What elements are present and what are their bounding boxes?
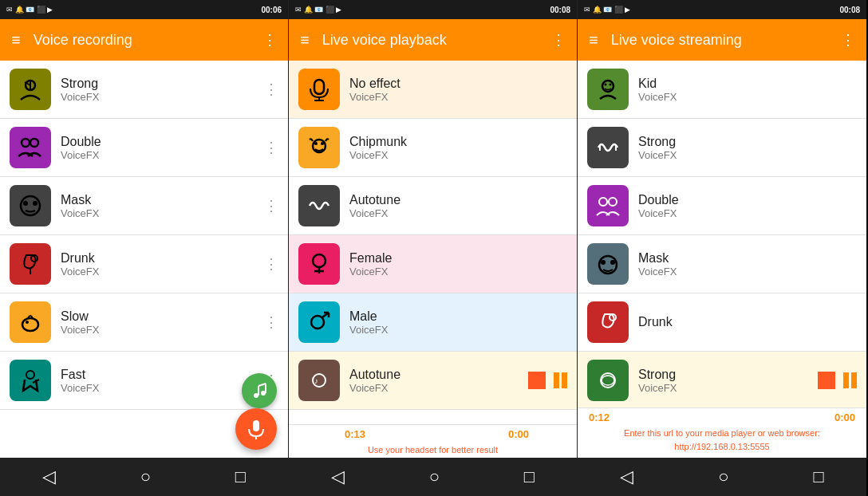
stream-pause-button[interactable] <box>843 372 857 388</box>
recent-button-1[interactable]: □ <box>235 466 246 487</box>
item-more-icon[interactable]: ⋮ <box>264 81 278 98</box>
effect-icon-double2 <box>587 185 629 226</box>
stream-url: http://192.168.0.13:5555 <box>674 442 769 451</box>
svg-text:♪: ♪ <box>314 376 318 385</box>
effect-text-mask: Mask VoiceFX <box>61 193 264 219</box>
svg-point-30 <box>311 316 324 329</box>
status-icons-left-1: ✉ 🔔 📧 ⬛ ▶ <box>6 6 53 14</box>
svg-point-26 <box>321 142 324 145</box>
status-icons-3: ✉ 🔔 📧 ⬛ ▶ <box>584 6 630 14</box>
hamburger-icon-1[interactable]: ≡ <box>11 31 21 49</box>
effect-name: Double <box>638 193 857 207</box>
app-bar-1: ≡ Voice recording ⋮ <box>0 19 288 61</box>
effect-sub: VoiceFX <box>638 149 857 161</box>
recent-button-2[interactable]: □ <box>524 466 535 487</box>
home-button-1[interactable]: ○ <box>140 466 151 487</box>
pause-bar-right <box>562 372 567 388</box>
home-button-2[interactable]: ○ <box>429 466 440 487</box>
effect-sub: VoiceFX <box>349 91 567 103</box>
list-item[interactable]: Strong VoiceFX ⋮ <box>0 61 288 119</box>
list-item[interactable]: Female VoiceFX <box>289 235 577 293</box>
svg-point-12 <box>26 371 34 379</box>
effect-icon-strong2 <box>587 127 629 168</box>
status-bar-1: ✉ 🔔 📧 ⬛ ▶ 00:06 <box>0 0 288 19</box>
app-title-2: Live voice playback <box>322 32 551 49</box>
list-item[interactable]: Drunk VoiceFX ⋮ <box>0 235 288 293</box>
status-icons-2: ✉ 🔔 📧 ⬛ ▶ <box>295 6 341 14</box>
fab-music-button[interactable] <box>242 373 277 408</box>
hamburger-icon-2[interactable]: ≡ <box>300 31 310 49</box>
list-item[interactable]: Kid VoiceFX <box>578 61 866 119</box>
list-item[interactable]: No effect VoiceFX <box>289 61 577 119</box>
effect-sub: VoiceFX <box>349 149 567 161</box>
svg-point-42 <box>609 198 617 206</box>
list-item[interactable]: Double VoiceFX <box>578 177 866 235</box>
list-item[interactable]: Autotune VoiceFX <box>289 177 577 235</box>
effect-text-female: Female VoiceFX <box>349 251 567 278</box>
effect-text-mask2: Mask VoiceFX <box>638 251 857 278</box>
list-item-streaming-playing[interactable]: Strong VoiceFX <box>578 352 866 407</box>
effect-icon-male <box>298 301 340 343</box>
stop-button[interactable] <box>528 372 546 389</box>
effect-name: Fast <box>61 368 264 382</box>
effect-icon-fast <box>10 360 51 401</box>
effect-name: Drunk <box>638 315 857 329</box>
svg-point-4 <box>30 139 38 147</box>
effect-sub: VoiceFX <box>638 207 857 219</box>
effect-text-slow: Slow VoiceFX <box>61 309 264 336</box>
back-button-3[interactable]: ◁ <box>620 466 633 487</box>
effect-name: Chipmunk <box>349 135 567 149</box>
stream-stop-button[interactable] <box>818 372 835 389</box>
status-time-1: 00:06 <box>261 6 282 14</box>
status-icons-left-2: ✉ 🔔 📧 ⬛ ▶ <box>295 6 341 14</box>
pause-button[interactable] <box>554 372 567 388</box>
fab-mic-button[interactable] <box>235 408 277 450</box>
effect-icon-no-effect <box>298 69 340 110</box>
effect-name: Autotune <box>349 368 528 382</box>
list-item[interactable]: Drunk <box>578 293 866 352</box>
effect-text-drunk2: Drunk <box>638 315 857 329</box>
effect-name: Kid <box>638 77 857 91</box>
effect-text-strong: Strong VoiceFX <box>61 77 264 103</box>
recent-button-3[interactable]: □ <box>814 466 824 487</box>
svg-rect-19 <box>253 420 259 431</box>
effect-name: Strong <box>638 135 857 149</box>
back-button-2[interactable]: ◁ <box>331 466 345 487</box>
list-item[interactable]: Mask VoiceFX ⋮ <box>0 177 288 235</box>
svg-point-27 <box>313 254 326 267</box>
list-item[interactable]: Slow VoiceFX ⋮ <box>0 293 288 352</box>
effect-icon-drunk <box>10 243 51 285</box>
list-item[interactable]: Chipmunk VoiceFX <box>289 119 577 177</box>
effect-name: Strong <box>61 77 264 91</box>
effect-text-double: Double VoiceFX <box>61 135 264 161</box>
more-menu-icon-2[interactable]: ⋮ <box>551 31 566 49</box>
app-bar-3: ≡ Live voice streaming ⋮ <box>578 19 866 61</box>
item-more-icon[interactable]: ⋮ <box>264 313 278 331</box>
status-time-3: 00:08 <box>839 6 860 14</box>
list-item[interactable]: Strong VoiceFX <box>578 119 866 177</box>
more-menu-icon-3[interactable]: ⋮ <box>841 31 855 49</box>
effect-text-autotune2: Autotune VoiceFX <box>349 368 528 394</box>
panel-live-streaming: ✉ 🔔 📧 ⬛ ▶ 00:08 ≡ Live voice streaming ⋮… <box>578 0 866 496</box>
item-more-icon[interactable]: ⋮ <box>264 255 278 273</box>
list-item[interactable]: Mask VoiceFX <box>578 235 866 293</box>
item-more-icon[interactable]: ⋮ <box>264 197 278 215</box>
list-item[interactable]: Male VoiceFX <box>289 293 577 352</box>
home-button-3[interactable]: ○ <box>718 466 728 487</box>
list-item-playing[interactable]: ♪ Autotune VoiceFX <box>289 352 577 410</box>
status-icons-left-1: ✉ 🔔 📧 ⬛ ▶ <box>6 6 53 14</box>
effect-text-strong2: Strong VoiceFX <box>638 135 857 161</box>
svg-rect-21 <box>314 80 324 94</box>
item-more-icon[interactable]: ⋮ <box>264 139 278 156</box>
svg-point-6 <box>23 201 28 206</box>
list-item[interactable]: Double VoiceFX ⋮ <box>0 119 288 177</box>
more-menu-icon-1[interactable]: ⋮ <box>262 31 277 49</box>
svg-point-37 <box>605 84 607 86</box>
hamburger-icon-3[interactable]: ≡ <box>589 31 598 49</box>
back-button-1[interactable]: ◁ <box>42 466 56 487</box>
effect-text-male: Male VoiceFX <box>349 309 567 336</box>
svg-point-41 <box>599 198 607 206</box>
svg-point-10 <box>22 318 38 331</box>
effect-name: Female <box>349 251 567 266</box>
streaming-controls <box>818 372 857 389</box>
